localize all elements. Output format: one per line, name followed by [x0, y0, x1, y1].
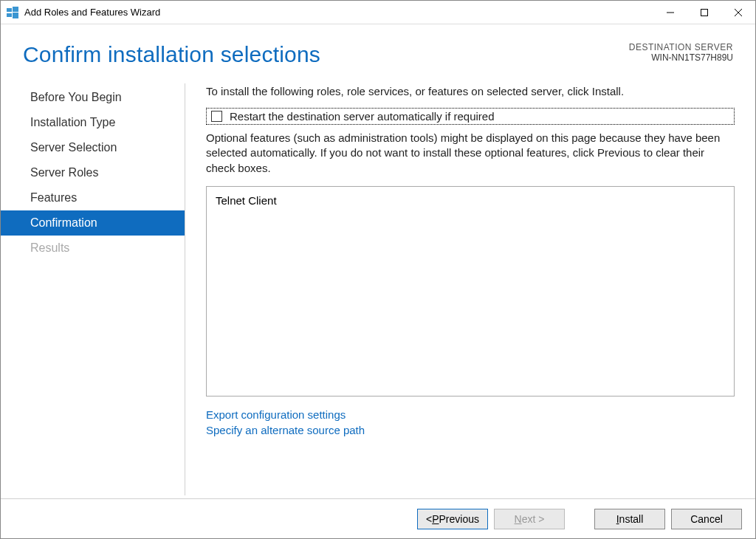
- svg-rect-3: [13, 13, 18, 18]
- sidebar-item-server-roles[interactable]: Server Roles: [1, 160, 185, 185]
- svg-rect-2: [7, 13, 12, 17]
- titlebar: Add Roles and Features Wizard: [1, 1, 755, 24]
- sidebar-item-installation-type[interactable]: Installation Type: [1, 110, 185, 135]
- window-controls: [653, 1, 755, 24]
- destination-block: DESTINATION SERVER WIN-NN1TS77H89U: [629, 42, 733, 63]
- window-title: Add Roles and Features Wizard: [24, 7, 160, 18]
- footer: < PPrevious Next > Install Cancel: [1, 498, 755, 538]
- app-icon: [7, 7, 18, 18]
- destination-name: WIN-NN1TS77H89U: [629, 52, 733, 63]
- restart-checkbox-row[interactable]: Restart the destination server automatic…: [206, 108, 735, 125]
- selected-features-list[interactable]: Telnet Client: [206, 186, 735, 396]
- install-button[interactable]: Install: [594, 509, 665, 529]
- links-block: Export configuration settings Specify an…: [206, 407, 735, 438]
- svg-rect-0: [7, 8, 12, 12]
- previous-button-label: Previous: [439, 513, 479, 525]
- sidebar-item-confirmation[interactable]: Confirmation: [1, 210, 185, 236]
- description-text: Optional features (such as administratio…: [206, 131, 735, 176]
- restart-checkbox-label: Restart the destination server automatic…: [230, 110, 495, 123]
- alternate-source-link[interactable]: Specify an alternate source path: [206, 422, 735, 438]
- sidebar-item-results: Results: [1, 236, 185, 261]
- body: Before You Begin Installation Type Serve…: [1, 80, 755, 498]
- main-panel: To install the following roles, role ser…: [185, 80, 755, 498]
- sidebar-item-before-you-begin[interactable]: Before You Begin: [1, 85, 185, 110]
- sidebar: Before You Begin Installation Type Serve…: [1, 80, 185, 498]
- destination-label: DESTINATION SERVER: [629, 42, 733, 52]
- sidebar-item-features[interactable]: Features: [1, 185, 185, 210]
- wizard-window: Add Roles and Features Wizard Confirm in…: [0, 0, 756, 539]
- cancel-button[interactable]: Cancel: [671, 509, 742, 529]
- next-button: Next >: [494, 509, 565, 529]
- intro-text: To install the following roles, role ser…: [206, 85, 735, 97]
- header: Confirm installation selections DESTINAT…: [1, 24, 755, 80]
- close-button[interactable]: [721, 1, 755, 24]
- minimize-button[interactable]: [653, 1, 687, 24]
- previous-button[interactable]: < PPrevious: [417, 509, 488, 529]
- export-settings-link[interactable]: Export configuration settings: [206, 407, 735, 422]
- sidebar-item-server-selection[interactable]: Server Selection: [1, 135, 185, 160]
- list-item: Telnet Client: [216, 194, 725, 207]
- page-title: Confirm installation selections: [23, 42, 320, 67]
- svg-rect-5: [701, 9, 708, 16]
- maximize-button[interactable]: [687, 1, 721, 24]
- svg-rect-1: [13, 7, 18, 12]
- restart-checkbox[interactable]: [211, 111, 222, 122]
